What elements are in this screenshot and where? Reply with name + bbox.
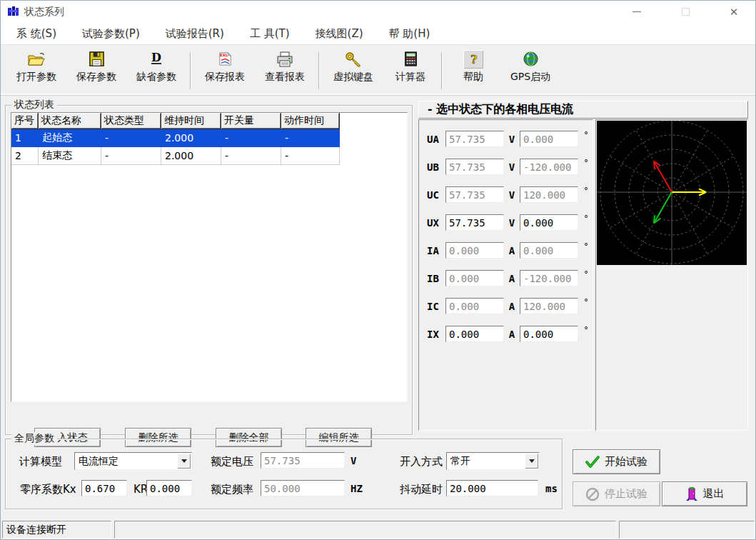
menu-system[interactable]: 系 统(S) — [16, 27, 56, 41]
state-list-group: 状态列表 序号 状态名称 状态类型 维持时间 开关量 动作时间 1 起始态 - … — [5, 105, 413, 435]
ib-angle-input — [520, 270, 578, 286]
open-params-button[interactable]: 打开参数 — [6, 50, 66, 91]
menu-tools[interactable]: 工 具(T) — [250, 27, 290, 41]
col-state-type: 状态类型 — [101, 113, 161, 129]
field-row-ua: UA V ° — [427, 130, 588, 148]
start-test-button[interactable]: 开始试验 — [573, 449, 660, 474]
field-row-ix: IX A ° — [427, 325, 588, 343]
maximize-button[interactable] — [677, 4, 694, 21]
rated-voltage-label: 额定电压 — [211, 455, 253, 469]
ua-angle-input — [520, 131, 578, 147]
jitter-delay-input[interactable] — [446, 480, 538, 496]
degree-symbol: ° — [584, 214, 588, 224]
calculator-button[interactable]: 计算器 — [383, 50, 438, 91]
save-report-button[interactable]: EXL 保存报表 — [195, 50, 255, 91]
minimize-button[interactable] — [628, 4, 645, 21]
ia-value-input — [445, 242, 504, 259]
svg-text:?: ? — [470, 52, 478, 66]
stop-test-button: 停止试验 — [573, 481, 660, 506]
chevron-down-icon[interactable] — [525, 454, 538, 469]
status-bar: 设备连接断开 — [1, 520, 755, 540]
menu-test-params[interactable]: 试验参数(P) — [82, 27, 140, 41]
exit-button[interactable]: 退出 — [662, 481, 747, 506]
col-state-name: 状态名称 — [39, 113, 101, 129]
help-question-icon: ? — [463, 50, 483, 69]
col-hold-time: 维持时间 — [161, 113, 221, 129]
key-icon — [343, 50, 363, 69]
printer-icon — [275, 50, 295, 69]
virtual-keyboard-button[interactable]: 虚拟键盘 — [323, 50, 383, 91]
ub-value-input — [445, 159, 504, 175]
menu-test-report[interactable]: 试验报告(R) — [166, 27, 224, 41]
calc-model-label: 计算模型 — [19, 455, 62, 469]
save-floppy-icon — [86, 50, 106, 69]
status-cell-right — [619, 521, 755, 539]
degree-symbol: ° — [584, 269, 588, 279]
ua-value-input — [445, 131, 504, 147]
ux-angle-input[interactable] — [520, 214, 578, 231]
stop-prohibited-icon — [585, 487, 600, 501]
phase-panel-title: - 选中状态下的各相电压电流 — [418, 101, 748, 119]
ic-angle-input — [520, 298, 578, 314]
col-seq: 序号 — [11, 113, 39, 129]
window-title: 状态系列 — [24, 6, 64, 19]
ia-label: IA — [427, 245, 445, 256]
uc-label: UC — [427, 189, 445, 201]
uc-value-input — [445, 186, 504, 203]
phasor-diagram — [597, 121, 747, 265]
kr-input[interactable] — [146, 480, 192, 496]
field-row-uc: UC V ° — [427, 186, 588, 204]
device-status: 设备连接断开 — [2, 521, 111, 539]
phase-fields-panel: UA V ° UB V ° UC V ° UX V ° IA — [418, 119, 593, 431]
help-button[interactable]: ? 帮助 — [446, 50, 500, 91]
exit-door-icon — [685, 486, 698, 502]
menu-wiring-diagram[interactable]: 接线图(Z) — [316, 27, 363, 41]
jitter-delay-label: 抖动延时 — [400, 483, 443, 496]
rated-freq-input — [261, 480, 345, 496]
ib-value-input — [445, 270, 504, 286]
toolbar-separator — [190, 52, 191, 89]
ix-value-input[interactable] — [445, 326, 504, 342]
ix-angle-input[interactable] — [520, 326, 578, 342]
field-row-ib: IB A ° — [427, 269, 588, 287]
report-document-icon: EXL — [215, 50, 235, 69]
svg-text:EXL: EXL — [220, 53, 228, 57]
ux-value-input[interactable] — [445, 214, 504, 231]
field-row-ub: UB V ° — [427, 158, 588, 176]
col-switch: 开关量 — [221, 113, 281, 129]
ua-label: UA — [427, 134, 445, 145]
default-params-button[interactable]: D 缺省参数 — [126, 50, 186, 91]
degree-symbol: ° — [584, 325, 588, 335]
degree-symbol: ° — [584, 186, 588, 196]
toolbar: 打开参数 保存参数 D 缺省参数 — [1, 46, 755, 96]
field-row-ic: IC A ° — [427, 297, 588, 315]
degree-symbol: ° — [584, 297, 588, 307]
ux-label: UX — [427, 217, 445, 229]
calc-model-combobox[interactable]: 电流恒定 — [74, 452, 192, 470]
app-icon — [7, 6, 19, 18]
svg-text:D: D — [151, 51, 161, 64]
global-params-group: 全局参数 计算模型 电流恒定 额定电压 V 开入方式 常开 零序系数Kx KR … — [5, 439, 563, 509]
chevron-down-icon[interactable] — [177, 454, 191, 469]
menu-bar: 系 统(S) 试验参数(P) 试验报告(R) 工 具(T) 接线图(Z) 帮 助… — [1, 23, 755, 45]
menu-help[interactable]: 帮 助(H) — [389, 27, 430, 41]
view-report-button[interactable]: 查看报表 — [255, 50, 315, 91]
gps-start-button[interactable]: GPS启动 — [500, 50, 560, 91]
close-button[interactable]: ✕ — [725, 4, 742, 21]
global-params-title: 全局参数 — [11, 432, 57, 445]
table-row[interactable]: 1 起始态 - 2.000 - - — [11, 129, 407, 147]
table-row[interactable]: 2 结束态 - 2.000 - - — [11, 147, 407, 165]
ic-label: IC — [427, 301, 445, 312]
gps-globe-icon — [520, 50, 540, 69]
save-params-button[interactable]: 保存参数 — [66, 50, 126, 91]
default-d-icon: D — [146, 50, 166, 69]
ib-label: IB — [427, 273, 445, 284]
input-mode-combobox[interactable]: 常开 — [446, 452, 540, 470]
col-action-time: 动作时间 — [281, 113, 340, 129]
zero-seq-label: 零序系数Kx — [20, 483, 76, 496]
open-folder-icon — [26, 50, 46, 69]
degree-symbol: ° — [584, 241, 588, 251]
ub-angle-input — [520, 159, 578, 175]
zero-seq-input[interactable] — [81, 480, 127, 496]
check-icon — [585, 456, 600, 469]
